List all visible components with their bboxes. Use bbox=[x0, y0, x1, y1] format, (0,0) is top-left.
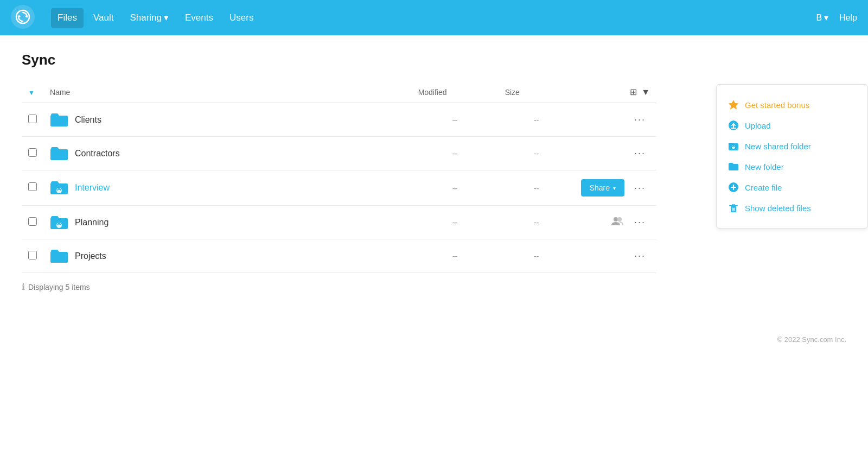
actions-cell-interview: Share ▾··· bbox=[575, 170, 656, 206]
name-cell-interview: Interview bbox=[43, 170, 412, 206]
file-name-interview[interactable]: Interview bbox=[75, 183, 110, 193]
actions-cell-planning: ··· bbox=[575, 206, 656, 239]
share-button-interview[interactable]: Share ▾ bbox=[581, 179, 624, 197]
more-button-contractors[interactable]: ··· bbox=[630, 145, 650, 161]
checkbox-planning[interactable] bbox=[28, 217, 37, 226]
row-checkbox-cell bbox=[22, 239, 43, 273]
folder-icon-projects bbox=[50, 249, 68, 264]
actions-cell-projects: ··· bbox=[575, 239, 656, 273]
right-panel: Get started bonusUploadNew shared folder… bbox=[716, 84, 868, 229]
header: Files Vault Sharing ▾ Events Users B ▾ H… bbox=[0, 0, 868, 35]
panel-label-new-shared-folder: New shared folder bbox=[745, 142, 811, 151]
sort-arrow-icon[interactable]: ▼ bbox=[28, 89, 35, 97]
svg-point-8 bbox=[614, 217, 618, 221]
checkbox-contractors[interactable] bbox=[28, 148, 37, 157]
info-icon: ℹ bbox=[22, 282, 25, 292]
panel-label-new-folder: New folder bbox=[745, 162, 784, 172]
checkbox-interview[interactable] bbox=[28, 182, 37, 191]
th-checkbox: ▼ bbox=[22, 81, 43, 103]
table-row: Planning----··· bbox=[22, 206, 656, 239]
actions-cell-contractors: ··· bbox=[575, 137, 656, 170]
grid-view-icon[interactable]: ⊞ bbox=[630, 87, 637, 97]
svg-point-14 bbox=[733, 145, 735, 147]
panel-label-upload: Upload bbox=[745, 121, 771, 130]
name-cell-projects: Projects bbox=[43, 239, 412, 273]
upload-icon bbox=[727, 119, 739, 131]
help-link[interactable]: Help bbox=[839, 13, 857, 23]
nav-sharing[interactable]: Sharing ▾ bbox=[123, 8, 175, 28]
modified-interview: -- bbox=[412, 170, 499, 206]
nav-events[interactable]: Events bbox=[178, 8, 220, 28]
panel-item-get-started-bonus[interactable]: Get started bonus bbox=[727, 94, 857, 115]
star-icon bbox=[727, 99, 739, 111]
file-table: ▼ Name Modified Size ⊞ ▼ Clients----···C… bbox=[22, 81, 656, 273]
table-row: Contractors----··· bbox=[22, 137, 656, 170]
people-icon-planning bbox=[610, 216, 624, 230]
svg-point-9 bbox=[617, 217, 622, 221]
user-chevron-icon: ▾ bbox=[824, 12, 828, 23]
size-projects: -- bbox=[499, 239, 575, 273]
more-button-planning[interactable]: ··· bbox=[630, 214, 650, 230]
folder-icon-contractors bbox=[50, 146, 68, 161]
file-name-contractors: Contractors bbox=[75, 149, 120, 159]
more-button-clients[interactable]: ··· bbox=[630, 112, 650, 128]
svg-point-5 bbox=[58, 188, 60, 190]
filter-icon[interactable]: ▼ bbox=[641, 87, 650, 97]
table-row: Interview----Share ▾··· bbox=[22, 170, 656, 206]
nav-files[interactable]: Files bbox=[51, 8, 84, 28]
th-size: Size bbox=[499, 81, 575, 103]
size-planning: -- bbox=[499, 206, 575, 239]
size-contractors: -- bbox=[499, 137, 575, 170]
panel-item-upload[interactable]: Upload bbox=[727, 115, 857, 136]
panel-item-new-folder[interactable]: New folder bbox=[727, 156, 857, 177]
row-checkbox-cell bbox=[22, 103, 43, 137]
shared-folder-icon bbox=[727, 140, 739, 152]
user-menu[interactable]: B ▾ bbox=[816, 12, 828, 23]
name-cell-clients: Clients bbox=[43, 103, 412, 137]
main-nav: Files Vault Sharing ▾ Events Users bbox=[51, 8, 260, 28]
panel-item-new-shared-folder[interactable]: New shared folder bbox=[727, 136, 857, 156]
file-name-clients: Clients bbox=[75, 115, 101, 125]
row-checkbox-cell bbox=[22, 137, 43, 170]
size-clients: -- bbox=[499, 103, 575, 137]
th-actions: ⊞ ▼ bbox=[575, 81, 656, 103]
more-button-projects[interactable]: ··· bbox=[630, 248, 650, 264]
file-name-projects: Projects bbox=[75, 251, 106, 261]
folder-icon-planning bbox=[50, 215, 68, 230]
row-checkbox-cell bbox=[22, 170, 43, 206]
table-row: Clients----··· bbox=[22, 103, 656, 137]
modified-planning: -- bbox=[412, 206, 499, 239]
copyright: © 2022 Sync.com Inc. bbox=[777, 335, 846, 344]
sharing-chevron-icon: ▾ bbox=[164, 12, 169, 23]
more-button-interview[interactable]: ··· bbox=[630, 180, 650, 196]
name-cell-contractors: Contractors bbox=[43, 137, 412, 170]
folder-icon-clients bbox=[50, 112, 68, 128]
header-left: Files Vault Sharing ▾ Events Users bbox=[11, 5, 260, 31]
checkbox-clients[interactable] bbox=[28, 115, 37, 123]
nav-vault[interactable]: Vault bbox=[87, 8, 120, 28]
logo[interactable] bbox=[11, 5, 35, 31]
panel-item-show-deleted-files[interactable]: Show deleted files bbox=[727, 198, 857, 218]
svg-point-0 bbox=[11, 5, 35, 29]
checkbox-projects[interactable] bbox=[28, 251, 37, 259]
file-name-planning: Planning bbox=[75, 218, 108, 227]
panel-label-get-started-bonus: Get started bonus bbox=[745, 100, 809, 110]
table-footer: ℹ Displaying 5 items bbox=[22, 282, 846, 292]
modified-projects: -- bbox=[412, 239, 499, 273]
table-header: ▼ Name Modified Size ⊞ ▼ bbox=[22, 81, 656, 103]
main-content: Sync ▼ Name Modified Size ⊞ ▼ Clients---… bbox=[0, 35, 868, 303]
name-cell-planning: Planning bbox=[43, 206, 412, 239]
panel-item-create-file[interactable]: Create file bbox=[727, 177, 857, 198]
th-name: Name bbox=[43, 81, 412, 103]
modified-clients: -- bbox=[412, 103, 499, 137]
modified-contractors: -- bbox=[412, 137, 499, 170]
folder-icon-interview bbox=[50, 180, 68, 195]
folder-icon bbox=[727, 161, 739, 173]
row-checkbox-cell bbox=[22, 206, 43, 239]
trash-icon bbox=[727, 202, 739, 214]
page-title: Sync bbox=[22, 52, 846, 68]
page-footer: © 2022 Sync.com Inc. bbox=[0, 325, 868, 354]
table-row: Projects----··· bbox=[22, 239, 656, 273]
th-modified: Modified bbox=[412, 81, 499, 103]
nav-users[interactable]: Users bbox=[223, 8, 260, 28]
